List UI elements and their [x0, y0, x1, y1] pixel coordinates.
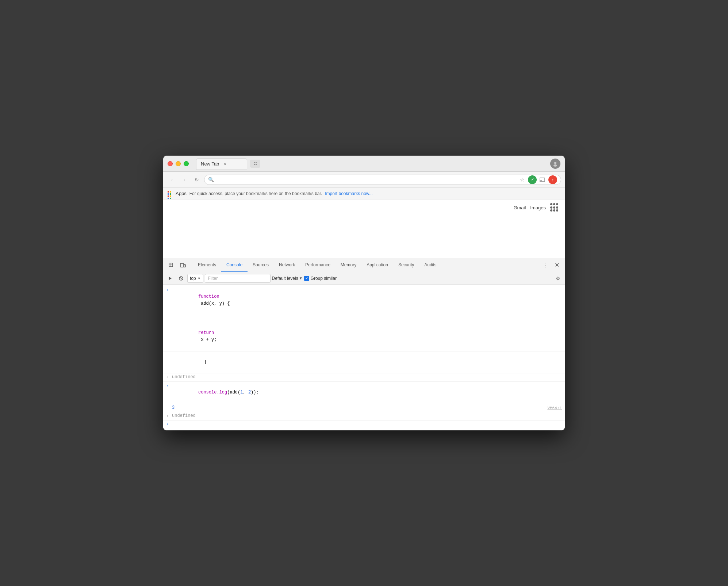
minimize-button[interactable]: [176, 161, 181, 166]
group-similar-checkbox[interactable]: ✓: [304, 276, 309, 281]
google-top-bar: Gmail Images: [163, 199, 565, 216]
console-code-function: function add(x, y) {: [172, 286, 562, 315]
svg-rect-12: [184, 265, 185, 267]
console-line-undefined-1: ‹ undefined: [163, 373, 565, 382]
block-icon: [179, 276, 184, 281]
tab-label: New Tab: [201, 161, 219, 167]
new-tab-button[interactable]: [250, 160, 260, 168]
tab-audits[interactable]: Audits: [419, 258, 441, 272]
expand-arrow[interactable]: ›: [166, 286, 172, 294]
devtools-toolbar-icons: [166, 260, 191, 270]
console-filter-input[interactable]: [205, 274, 271, 283]
devtools-more-button[interactable]: ⋮: [540, 260, 550, 270]
tab-application[interactable]: Application: [361, 258, 393, 272]
svg-rect-8: [169, 263, 173, 267]
keyword-return: return: [198, 330, 214, 335]
keyword-function: function: [198, 294, 219, 299]
tab-console[interactable]: Console: [221, 258, 248, 272]
console-line-output-3: › 3 VM64:1: [163, 404, 565, 412]
console-output-value: 3: [172, 404, 547, 411]
svg-rect-2: [254, 164, 255, 165]
console-line-undefined-2: ‹ undefined: [163, 412, 565, 421]
context-selector[interactable]: top ▼: [187, 274, 203, 283]
console-input-line[interactable]: ›: [163, 421, 565, 429]
reload-button[interactable]: ↻: [192, 175, 202, 185]
images-link[interactable]: Images: [530, 205, 546, 210]
new-tab-page: Gmail Images: [163, 199, 565, 258]
device-toggle-button[interactable]: [178, 260, 188, 270]
apps-grid-icon: [168, 191, 173, 196]
tab-network[interactable]: Network: [274, 258, 300, 272]
group-similar-option: ✓ Group similar: [304, 276, 337, 281]
console-result-undefined-2: undefined: [172, 412, 562, 419]
extension-icon-orange[interactable]: ↑: [548, 175, 557, 184]
console-output: › function add(x, y) { › return x + y; ›: [163, 285, 565, 430]
user-avatar-icon: [552, 161, 558, 167]
inspect-element-button[interactable]: [166, 260, 176, 270]
expand-arrow-2[interactable]: ›: [166, 382, 172, 389]
nav-bar: ‹ › ↻ 🔍 ☆ ✓ ↑: [163, 172, 565, 188]
svg-line-15: [180, 277, 183, 279]
default-levels-arrow: ▼: [299, 276, 303, 280]
console-result-undefined-1: undefined: [172, 374, 562, 381]
tab-elements[interactable]: Elements: [193, 258, 221, 272]
traffic-lights: [168, 161, 189, 166]
gmail-link[interactable]: Gmail: [513, 205, 526, 210]
extension-icon-cast[interactable]: [538, 175, 547, 184]
browser-tab[interactable]: New Tab ×: [196, 158, 247, 170]
clear-console-button[interactable]: [165, 274, 175, 283]
cursor-icon: [168, 262, 174, 268]
back-button[interactable]: ‹: [167, 175, 177, 185]
profile-icon[interactable]: [550, 159, 560, 169]
output-space: ›: [166, 404, 172, 412]
group-similar-label: Group similar: [311, 276, 337, 281]
forward-button[interactable]: ›: [179, 175, 189, 185]
default-levels-selector[interactable]: Default levels ▼: [272, 276, 303, 281]
device-icon: [180, 262, 186, 268]
bookmarks-bar: Apps For quick access, place your bookma…: [163, 188, 565, 199]
address-bar[interactable]: 🔍 ☆ ✓ ↑: [204, 175, 561, 185]
svg-marker-13: [169, 277, 172, 280]
vm-reference[interactable]: VM64:1: [547, 404, 562, 412]
indent-space-2: ›: [166, 352, 172, 359]
import-bookmarks-link[interactable]: Import bookmarks now...: [325, 191, 373, 196]
console-code-call: console.log(add(1, 2));: [172, 382, 562, 403]
context-selector-value: top: [190, 276, 196, 281]
result-arrow-2: ‹: [166, 412, 172, 420]
google-apps-icon[interactable]: [550, 203, 559, 212]
svg-rect-0: [254, 162, 255, 163]
svg-rect-1: [256, 162, 257, 163]
console-line-function-def: › function add(x, y) {: [163, 286, 565, 315]
maximize-button[interactable]: [184, 161, 189, 166]
bookmark-icon[interactable]: ☆: [518, 175, 526, 184]
indent-space: ›: [166, 316, 172, 323]
default-levels-label: Default levels: [272, 276, 298, 281]
devtools-close-button[interactable]: ✕: [552, 260, 562, 270]
apps-label[interactable]: Apps: [176, 191, 187, 196]
tab-security[interactable]: Security: [393, 258, 419, 272]
tab-close-button[interactable]: ×: [222, 161, 228, 167]
search-icon: 🔍: [208, 177, 214, 182]
devtools-panel: Elements Console Sources Network Perform…: [163, 258, 565, 430]
new-tab-content-area: [163, 216, 565, 258]
console-caret-icon: ›: [166, 421, 169, 428]
tab-performance[interactable]: Performance: [300, 258, 336, 272]
context-selector-arrow: ▼: [198, 277, 201, 280]
extension-icon-green[interactable]: ✓: [528, 175, 537, 184]
tab-sources[interactable]: Sources: [248, 258, 274, 272]
close-button[interactable]: [168, 161, 173, 166]
tab-memory[interactable]: Memory: [336, 258, 361, 272]
block-requests-button[interactable]: [176, 274, 186, 283]
address-bar-icons: ☆ ✓ ↑: [518, 175, 557, 184]
play-icon: [168, 276, 173, 281]
console-settings-button[interactable]: ⚙: [553, 274, 563, 283]
console-method-text: console: [198, 390, 217, 395]
console-line-call: › console.log(add(1, 2));: [163, 382, 565, 404]
console-line-return: › return x + y;: [163, 315, 565, 351]
window-controls: [550, 159, 560, 169]
console-code-brace: }: [172, 352, 562, 373]
svg-point-7: [540, 181, 540, 182]
console-input[interactable]: [170, 422, 562, 427]
result-arrow-1: ‹: [166, 374, 172, 381]
console-line-close-brace: › }: [163, 351, 565, 374]
